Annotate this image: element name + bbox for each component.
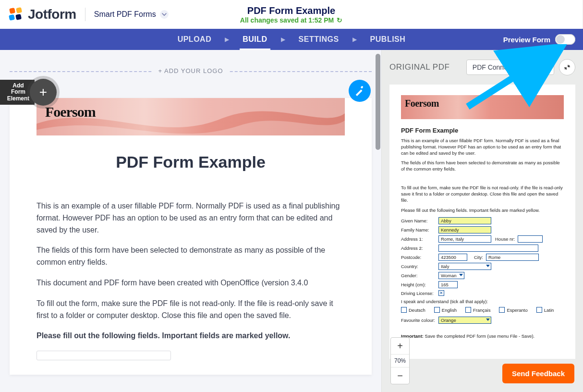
zoom-in-button[interactable]: + [391, 338, 409, 354]
field-label: Address 1: [401, 236, 436, 242]
banner-brand: Foersom [45, 104, 96, 120]
chevron-down-icon [160, 10, 169, 19]
product-switcher[interactable]: Smart PDF Forms [94, 10, 169, 19]
pdf-field-row: Country: Italy [401, 263, 564, 270]
pdf-field-row: Postcode: 423500 City: Rome [401, 254, 564, 261]
tab-upload[interactable]: UPLOAD [175, 29, 215, 50]
checkbox-checked-icon: ✕ [438, 290, 444, 296]
svg-rect-3 [15, 14, 22, 20]
field-label: Height (cm): [401, 282, 436, 287]
pdf-field-row: Family Name: Kennedy [401, 226, 564, 233]
panel-header: ORIGINAL PDF PDF Connection Settings [382, 50, 583, 85]
pdf-important: Important: Save the completed PDF form (… [401, 333, 564, 340]
important-text: Save the completed PDF form (use menu Fi… [424, 333, 534, 339]
field-label: Gender: [401, 273, 436, 278]
form-designer-button[interactable] [349, 80, 371, 102]
pdf-field-row: Address 2: [401, 245, 564, 252]
input-field[interactable] [36, 351, 171, 360]
lang-label: I speak and understand (tick all that ap… [401, 299, 564, 305]
tab-publish[interactable]: PUBLISH [367, 29, 409, 50]
field-input: Rome, Italy [438, 235, 491, 243]
form-body: This is an example of a user fillable PD… [10, 200, 372, 360]
paragraph[interactable]: To fill out the form, make sure the PDF … [36, 298, 345, 322]
field-select: Woman [438, 272, 464, 279]
add-logo-slot[interactable]: + ADD YOUR LOGO [10, 71, 372, 86]
field-input: 423500 [438, 254, 467, 261]
pdf-lang-row: Deutsch English Français Esperanto Latin [401, 307, 564, 313]
pdf-field-row: Gender: Woman [401, 272, 564, 279]
lang-option: Français [473, 307, 490, 313]
field-label: Postcode: [401, 255, 436, 260]
save-status: All changes saved at 1:52 PM ↻ [240, 16, 342, 24]
preview-form-toggle[interactable]: Preview Form [503, 34, 575, 45]
field-input [438, 245, 538, 252]
paragraph[interactable]: This document and PDF form have been cre… [36, 277, 345, 289]
sub-heading[interactable]: Please fill out the following fields. Im… [36, 330, 345, 342]
zoom-level: 70% [391, 354, 409, 368]
field-label: City: [474, 255, 483, 260]
logo-icon [9, 7, 23, 22]
send-feedback-button[interactable]: Send Feedback [502, 364, 574, 383]
pdf-paragraph: To fill out the form, make sure the PDF … [401, 185, 564, 203]
field-label: Country: [401, 264, 436, 269]
save-status-text: All changes saved at 1:52 PM [240, 16, 334, 24]
lang-option: English [442, 307, 457, 313]
logo[interactable]: Jotform [9, 7, 76, 22]
product-name: Smart PDF Forms [94, 10, 156, 19]
collapse-icon [563, 63, 571, 71]
checkbox-icon [401, 307, 407, 313]
zoom-out-button[interactable]: − [391, 368, 409, 384]
lang-option: Esperanto [507, 307, 527, 313]
pdf-field-row: Height (cm): 165 [401, 281, 564, 288]
checkbox-icon [499, 307, 505, 313]
lang-option: Latin [544, 307, 554, 313]
field-select: Orange [438, 317, 491, 324]
pdf-field-row: Driving License: ✕ [401, 290, 564, 296]
pdf-brand: Foersom [405, 98, 439, 109]
app-header: Jotform Smart PDF Forms PDF Form Example… [0, 0, 583, 29]
field-select: Italy [438, 263, 491, 270]
reload-icon[interactable]: ↻ [337, 16, 342, 24]
plus-icon[interactable]: + [30, 79, 57, 106]
pdf-banner: Foersom [401, 95, 564, 119]
paragraph[interactable]: This is an example of a user fillable PD… [36, 200, 345, 236]
svg-rect-0 [9, 8, 15, 14]
field-label: Favourite colour: [401, 318, 436, 323]
logo-text: Jotform [28, 7, 76, 22]
pdf-connection-settings-button[interactable]: PDF Connection Settings [466, 60, 554, 75]
preview-label: Preview Form [503, 36, 550, 44]
field-input: Abby [438, 217, 491, 224]
pdf-paragraph: The fields of this form have been select… [401, 160, 564, 172]
svg-rect-1 [16, 7, 22, 13]
field-input: Rome [486, 254, 539, 261]
tab-build[interactable]: BUILD [240, 29, 270, 50]
chevron-right-icon: ▶ [352, 36, 357, 43]
field-input: Kennedy [438, 226, 491, 233]
chevron-right-icon: ▶ [281, 36, 285, 43]
paragraph[interactable]: The fields of this form have been select… [36, 245, 345, 269]
toggle-switch[interactable] [555, 34, 575, 45]
field-label: Family Name: [401, 227, 436, 233]
collapse-panel-button[interactable] [559, 59, 575, 75]
field-label: Given Name: [401, 218, 436, 223]
add-form-element[interactable]: Add Form Element + [0, 79, 57, 106]
field-label: House nr: [495, 236, 515, 242]
pdf-paragraph: Please fill out the following fields. Im… [401, 208, 564, 214]
page-title[interactable]: PDF Form Example [240, 5, 342, 16]
tab-settings[interactable]: SETTINGS [296, 29, 342, 50]
zoom-controls: + 70% − [390, 337, 410, 384]
form-heading[interactable]: PDF Form Example [10, 153, 372, 172]
divider [85, 8, 85, 21]
chevron-right-icon: ▶ [225, 36, 229, 43]
checkbox-icon [434, 307, 440, 313]
add-logo-label: + ADD YOUR LOGO [152, 67, 229, 74]
form-card: Foersom PDF Form Example This is an exam… [10, 98, 372, 375]
pdf-paragraph: This is an example of a user fillable PD… [401, 138, 564, 156]
form-banner[interactable]: Foersom [36, 98, 345, 135]
field-input [518, 235, 543, 243]
pdf-heading: PDF Form Example [401, 127, 564, 134]
pdf-field-row: Favourite colour: Orange [401, 317, 564, 324]
form-title-block: PDF Form Example All changes saved at 1:… [240, 5, 342, 24]
original-pdf-panel: ORIGINAL PDF PDF Connection Settings Foe… [381, 50, 583, 392]
pdf-preview-page[interactable]: Foersom PDF Form Example This is an exam… [389, 85, 575, 359]
